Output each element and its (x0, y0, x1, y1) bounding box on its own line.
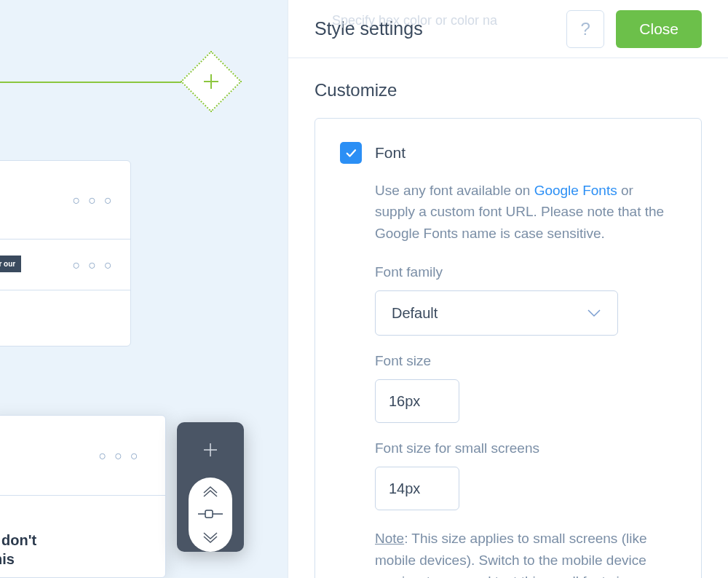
chevron-up-icon[interactable] (202, 486, 219, 498)
add-node-diamond[interactable] (181, 51, 242, 113)
field-label: Font size (375, 353, 676, 369)
font-size-small-field: Font size for small screens (340, 440, 676, 510)
panel-title: Style settings (314, 18, 423, 39)
font-size-field: Font size (340, 353, 676, 423)
more-icon[interactable]: ○ ○ ○ (72, 257, 114, 272)
nav-pill (189, 478, 232, 552)
slider-handle-icon[interactable] (198, 508, 223, 521)
font-checkbox-label: Font (375, 144, 405, 162)
check-icon (344, 146, 357, 159)
note-label: Note (375, 531, 404, 546)
card-row: for our ○ ○ ○ (0, 239, 130, 290)
add-button[interactable] (177, 422, 244, 478)
field-label: Font size for small screens (375, 440, 676, 456)
canvas-card[interactable]: ○ ○ ○ you don't at this (0, 415, 166, 578)
google-fonts-link[interactable]: Google Fonts (534, 183, 617, 198)
chevron-down-icon[interactable] (202, 531, 219, 543)
canvas-card[interactable]: ○ ○ ○ for our ○ ○ ○ (0, 160, 131, 347)
close-button[interactable]: Close (616, 10, 702, 48)
floating-toolbar (177, 422, 244, 552)
font-size-input[interactable] (375, 379, 459, 423)
more-icon[interactable]: ○ ○ ○ (72, 192, 114, 207)
connector-line (0, 82, 195, 83)
more-icon[interactable]: ○ ○ ○ (98, 448, 141, 463)
font-family-field: Font family Default (340, 264, 676, 336)
select-value: Default (392, 305, 438, 322)
svg-rect-3 (205, 510, 213, 518)
field-label: Font family (375, 264, 676, 280)
font-checkbox[interactable] (340, 142, 362, 164)
editor-canvas: ○ ○ ○ for our ○ ○ ○ ○ ○ ○ you don't at t… (0, 0, 288, 578)
card-body-text: you don't at this (0, 531, 36, 569)
section-title: Customize (314, 80, 702, 100)
question-icon: ? (581, 19, 590, 39)
font-checkbox-row: Font (340, 142, 676, 164)
style-settings-panel: Specify hex color or color na Style sett… (288, 0, 728, 578)
note-text: Note: This size applies to small screens… (340, 528, 676, 578)
panel-header: Specify hex color or color na Style sett… (288, 0, 728, 58)
text-badge: for our (0, 256, 21, 272)
card-header: ○ ○ ○ (0, 416, 165, 496)
font-settings-box: Font Use any font available on Google Fo… (314, 118, 702, 578)
chevron-down-icon (587, 309, 601, 317)
font-size-small-input[interactable] (375, 467, 459, 510)
font-family-select[interactable]: Default (375, 290, 618, 336)
panel-body: Customize Font Use any font available on… (288, 58, 728, 578)
help-button[interactable]: ? (566, 10, 604, 48)
font-description: Use any font available on Google Fonts o… (340, 180, 676, 244)
card-header: ○ ○ ○ (0, 161, 130, 239)
